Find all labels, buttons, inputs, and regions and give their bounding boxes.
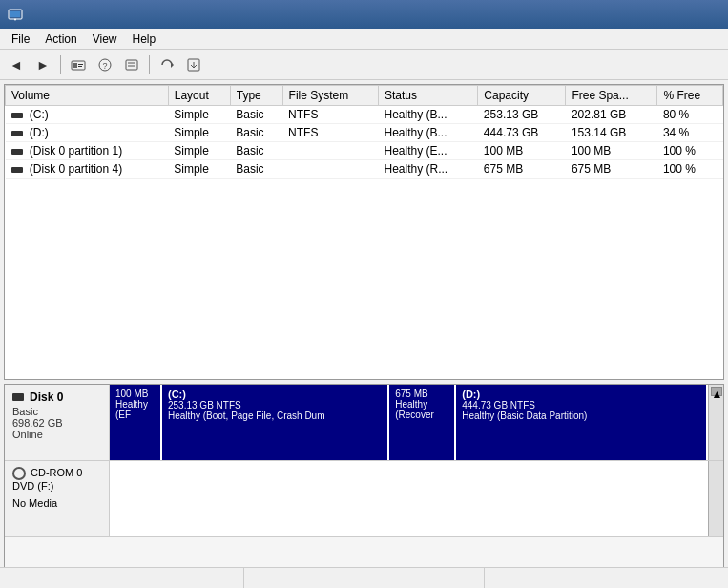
cell-pct: 80 % bbox=[657, 106, 723, 124]
cell-capacity: 444.73 GB bbox=[478, 124, 566, 142]
menu-view[interactable]: View bbox=[85, 31, 125, 48]
col-status: Status bbox=[378, 86, 477, 106]
back-button[interactable]: ◄ bbox=[4, 53, 29, 76]
cell-volume: (D:) bbox=[6, 124, 169, 142]
cell-filesystem bbox=[282, 160, 378, 178]
status-section-2 bbox=[244, 568, 485, 588]
disk-row-0: Disk 0 Basic 698.62 GB Online 100 MB Hea… bbox=[5, 385, 723, 461]
table-row[interactable]: (D:) Simple Basic NTFS Healthy (B... 444… bbox=[6, 124, 723, 142]
col-pct: % Free bbox=[657, 86, 723, 106]
cell-free: 100 MB bbox=[566, 142, 657, 160]
cdrom-label: CD-ROM 0 DVD (F:) No Media bbox=[5, 461, 110, 536]
toolbar: ◄ ► ? bbox=[0, 50, 728, 80]
properties-button[interactable] bbox=[119, 53, 144, 76]
volume-table-container: Volume Layout Type File System Status Ca… bbox=[4, 84, 724, 380]
cell-layout: Simple bbox=[168, 106, 230, 124]
cell-status: Healthy (R... bbox=[378, 160, 477, 178]
menu-bar: File Action View Help bbox=[0, 29, 728, 50]
table-row[interactable]: (Disk 0 partition 4) Simple Basic Health… bbox=[6, 160, 723, 178]
cell-status: Healthy (B... bbox=[378, 124, 477, 142]
cell-layout: Simple bbox=[168, 142, 230, 160]
cdrom-status: No Media bbox=[12, 497, 101, 509]
volume-table: Volume Layout Type File System Status Ca… bbox=[5, 85, 723, 178]
cell-capacity: 675 MB bbox=[478, 160, 566, 178]
cell-type: Basic bbox=[230, 106, 282, 124]
svg-rect-6 bbox=[78, 66, 82, 67]
cell-type: Basic bbox=[230, 124, 282, 142]
cell-capacity: 253.13 GB bbox=[478, 106, 566, 124]
menu-action[interactable]: Action bbox=[37, 31, 84, 48]
partition-efi[interactable]: 100 MB Healthy (EF bbox=[110, 385, 162, 460]
table-row[interactable]: (Disk 0 partition 1) Simple Basic Health… bbox=[6, 142, 723, 160]
svg-text:?: ? bbox=[102, 61, 107, 71]
minimize-button[interactable] bbox=[585, 0, 629, 29]
scroll-up[interactable]: ▲ bbox=[711, 387, 722, 396]
cdrom-row-0: CD-ROM 0 DVD (F:) No Media bbox=[5, 461, 723, 537]
cell-layout: Simple bbox=[168, 160, 230, 178]
cell-type: Basic bbox=[230, 142, 282, 160]
cell-pct: 100 % bbox=[657, 160, 723, 178]
cell-layout: Simple bbox=[168, 124, 230, 142]
disk-view-container: Disk 0 Basic 698.62 GB Online 100 MB Hea… bbox=[4, 384, 724, 575]
cell-free: 675 MB bbox=[566, 160, 657, 178]
app-icon bbox=[8, 7, 23, 22]
separator-2 bbox=[149, 55, 150, 74]
cell-type: Basic bbox=[230, 160, 282, 178]
svg-rect-5 bbox=[78, 64, 83, 65]
disk-0-name: Disk 0 bbox=[12, 390, 101, 404]
cell-pct: 34 % bbox=[657, 124, 723, 142]
disk-0-type: Basic bbox=[12, 406, 101, 417]
menu-file[interactable]: File bbox=[4, 31, 37, 48]
status-section-1 bbox=[4, 568, 244, 588]
table-scroll[interactable]: Volume Layout Type File System Status Ca… bbox=[5, 85, 723, 379]
status-bar bbox=[0, 567, 728, 588]
cdrom-scrollbar[interactable] bbox=[708, 461, 723, 536]
export-button[interactable] bbox=[181, 53, 206, 76]
cell-free: 202.81 GB bbox=[566, 106, 657, 124]
svg-rect-9 bbox=[126, 60, 137, 70]
cell-volume: (C:) bbox=[6, 106, 169, 124]
cell-volume: (Disk 0 partition 1) bbox=[6, 142, 169, 160]
col-volume: Volume bbox=[6, 86, 169, 106]
menu-help[interactable]: Help bbox=[125, 31, 164, 48]
col-filesystem: File System bbox=[282, 86, 378, 106]
cell-volume: (Disk 0 partition 4) bbox=[6, 160, 169, 178]
cdrom-content bbox=[110, 461, 708, 536]
partition-recovery[interactable]: 675 MB Healthy (Recover bbox=[389, 385, 456, 460]
partition-d[interactable]: (D:) 444.73 GB NTFS Healthy (Basic Data … bbox=[456, 385, 708, 460]
close-button[interactable] bbox=[676, 0, 720, 29]
disk-0-partitions: 100 MB Healthy (EF (C:) 253.13 GB NTFS H… bbox=[110, 385, 708, 460]
col-layout: Layout bbox=[168, 86, 230, 106]
svg-rect-1 bbox=[10, 11, 20, 17]
cell-filesystem bbox=[282, 142, 378, 160]
help-button[interactable]: ? bbox=[93, 53, 117, 76]
table-row[interactable]: (C:) Simple Basic NTFS Healthy (B... 253… bbox=[6, 106, 723, 124]
cell-filesystem: NTFS bbox=[282, 124, 378, 142]
cell-capacity: 100 MB bbox=[478, 142, 566, 160]
refresh-button[interactable] bbox=[155, 53, 179, 76]
up-button[interactable] bbox=[66, 53, 91, 76]
col-capacity: Capacity bbox=[478, 86, 566, 106]
svg-point-2 bbox=[14, 19, 16, 21]
svg-marker-12 bbox=[171, 62, 174, 68]
cdrom-name: CD-ROM 0 bbox=[12, 467, 101, 480]
forward-button[interactable]: ► bbox=[31, 53, 55, 76]
cell-status: Healthy (E... bbox=[378, 142, 477, 160]
separator-1 bbox=[60, 55, 61, 74]
cell-pct: 100 % bbox=[657, 142, 723, 160]
cell-free: 153.14 GB bbox=[566, 124, 657, 142]
cell-status: Healthy (B... bbox=[378, 106, 477, 124]
status-section-3 bbox=[485, 568, 724, 588]
title-bar bbox=[0, 0, 728, 29]
svg-rect-4 bbox=[73, 63, 77, 68]
disk-0-size: 698.62 GB bbox=[12, 417, 101, 429]
disk-scrollbar[interactable]: ▲ bbox=[708, 385, 723, 460]
cell-filesystem: NTFS bbox=[282, 106, 378, 124]
disk-0-status: Online bbox=[12, 429, 101, 440]
window-controls bbox=[585, 0, 720, 29]
maximize-button[interactable] bbox=[631, 0, 675, 29]
col-free: Free Spa... bbox=[566, 86, 657, 106]
partition-c[interactable]: (C:) 253.13 GB NTFS Healthy (Boot, Page … bbox=[162, 385, 389, 460]
cdrom-type: DVD (F:) bbox=[12, 480, 101, 492]
col-type: Type bbox=[230, 86, 282, 106]
